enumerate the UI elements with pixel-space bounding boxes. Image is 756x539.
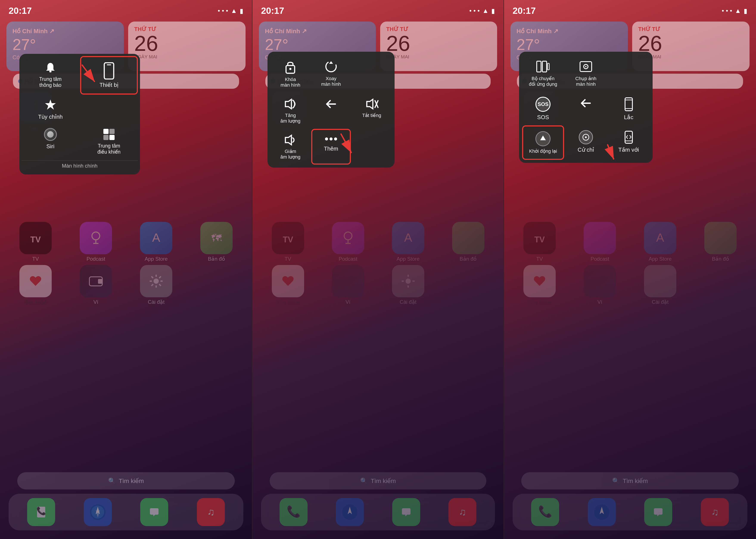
- at-item-control-1[interactable]: Trung tâmđiều khiển: [80, 124, 138, 159]
- at-item-screenshot-3[interactable]: Chụp ảnhmàn hình: [565, 55, 607, 92]
- dock-phone-2[interactable]: 📞: [279, 498, 308, 526]
- search-bar-2[interactable]: 🔍 Tìm kiếm: [270, 472, 486, 490]
- svg-marker-21: [45, 100, 56, 110]
- dock-safari-3[interactable]: [588, 498, 616, 526]
- svg-rect-18: [49, 71, 51, 72]
- svg-text:🗺: 🗺: [211, 232, 222, 244]
- weather-temp-2: 27°: [265, 37, 370, 52]
- dock-messages-3[interactable]: [644, 498, 672, 526]
- lock-icon-2: [284, 59, 297, 75]
- dock-2: 📞 ♫: [261, 494, 495, 530]
- svg-marker-47: [367, 99, 373, 109]
- screenshot-icon-3: [579, 59, 593, 74]
- svg-rect-22: [104, 129, 109, 134]
- calendar-widget-2: THỨ TƯ 26 NGÀY MAI: [380, 22, 497, 71]
- app-maps-1: 🗺 Bản đồ: [188, 222, 246, 262]
- dock-music-2[interactable]: ♫: [448, 498, 477, 526]
- at-item-back-2[interactable]: [311, 93, 351, 129]
- svg-point-70: [585, 66, 586, 67]
- status-icons-2: • • • ▲ ▮: [469, 7, 495, 15]
- at-item-notification-1[interactable]: Trung tâmthông báo: [22, 56, 79, 95]
- at-menu-1[interactable]: Trung tâmthông báo Thiết bị Tùy chỉnh Si…: [19, 54, 140, 175]
- app-label-health-1: Sức khỏe: [24, 299, 46, 305]
- app-wallet-1: Ví: [67, 265, 125, 305]
- device-icon-1: [103, 62, 115, 80]
- dock-safari-1[interactable]: [84, 498, 112, 526]
- svg-rect-24: [104, 135, 109, 140]
- dock-phone-3[interactable]: 📞: [531, 498, 559, 526]
- search-label-1: Tìm kiếm: [119, 477, 144, 485]
- svg-marker-44: [329, 61, 333, 64]
- search-bar-1[interactable]: 🔍 Tìm kiếm: [17, 472, 235, 490]
- app-health-1: Sức khỏe: [6, 265, 65, 305]
- star-icon-1: [44, 99, 57, 112]
- at-item-appswitcher-3[interactable]: Bộ chuyểnđổi ứng dụng: [522, 55, 564, 92]
- siri-icon-1: [44, 128, 57, 141]
- at-item-label-siri-1: Siri: [46, 143, 54, 150]
- app-label-appstore-1: App Store: [145, 256, 168, 262]
- mute-icon-2: [365, 98, 379, 111]
- search-icon-2: 🔍: [360, 477, 368, 485]
- at-item-vol-up-2[interactable]: Tăngâm lượng: [270, 93, 310, 129]
- dock-messages-2[interactable]: [392, 498, 420, 526]
- vol-down-icon-2: [283, 133, 297, 146]
- at-item-vol-down-2[interactable]: Giảmâm lượng: [270, 129, 310, 165]
- at-empty-r1-3: [608, 55, 649, 92]
- control-icon-1: [103, 128, 115, 141]
- dock-messages-1[interactable]: [140, 498, 168, 526]
- restart-icon-3: [535, 131, 551, 146]
- app-icon-podcast-1: [80, 222, 112, 254]
- wifi-icon-3: ▲: [735, 7, 741, 14]
- at-item-mute-2[interactable]: Tắt tiếng: [352, 93, 392, 129]
- at-item-label-shake-3: Lắc: [624, 114, 633, 120]
- app-row2-2: TVTV Podcast AApp Store Bản đồ: [259, 222, 497, 262]
- at-item-rotate-2[interactable]: Xoaymàn hình: [311, 55, 351, 93]
- search-bar-3[interactable]: 🔍 Tìm kiếm: [521, 472, 739, 490]
- svg-text:A: A: [656, 231, 664, 244]
- rotate-icon-2: [324, 59, 338, 74]
- dock-music-1[interactable]: ♫: [197, 498, 225, 526]
- at-menu-2[interactable]: Khóamàn hình Xoaymàn hình Tăngâm lượng: [267, 52, 395, 168]
- svg-point-9: [154, 278, 159, 284]
- at-menu-row3-2: Giảmâm lượng Thêm: [270, 129, 392, 165]
- app-icon-maps-1: 🗺: [200, 222, 233, 254]
- at-item-siri-1[interactable]: Siri: [22, 124, 79, 159]
- battery-icon-3: ▮: [744, 7, 747, 15]
- at-item-back-3[interactable]: [565, 92, 607, 125]
- svg-rect-8: [98, 279, 102, 284]
- svg-rect-25: [110, 135, 114, 140]
- phone-panel-1: 20:17 • • • ▲ ▮ Hồ Chí Minh ↗ 27° Có mây…: [0, 0, 252, 539]
- svg-rect-23: [110, 129, 114, 134]
- dock-3: 📞 ♫: [513, 494, 747, 530]
- calendar-day-num-1: 26: [134, 33, 240, 54]
- wifi-icon-1: ▲: [231, 7, 237, 14]
- svg-point-52: [330, 137, 333, 140]
- at-item-device-1[interactable]: Thiết bị: [80, 56, 138, 95]
- dock-music-3[interactable]: ♫: [701, 498, 729, 526]
- at-item-lock-2[interactable]: Khóamàn hình: [270, 55, 310, 93]
- dots-icon-2: • • •: [469, 7, 480, 14]
- app-tv-1: TV TV: [6, 222, 65, 262]
- calendar-sub-3: NGÀY MAI: [638, 54, 743, 60]
- battery-icon-1: ▮: [240, 7, 243, 15]
- app-label-settings-1: Cài đặt: [148, 299, 165, 305]
- app-settings-1: Cài đặt: [127, 265, 185, 305]
- at-item-reach-3[interactable]: Tầm với: [608, 125, 649, 160]
- app-label-wallet-1: Ví: [94, 299, 99, 305]
- svg-text:A: A: [404, 231, 412, 244]
- at-item-customize-1[interactable]: Tùy chỉnh: [22, 95, 79, 124]
- calendar-sub-2: NGÀY MAI: [386, 54, 491, 60]
- at-item-gesture-3[interactable]: Cử chỉ: [565, 125, 607, 160]
- dock-phone-1[interactable]: 📞: [27, 498, 55, 526]
- dots-icon-1: • • •: [218, 7, 228, 14]
- at-item-sos-3[interactable]: SOS SOS: [522, 92, 564, 125]
- svg-text:♫: ♫: [459, 506, 466, 517]
- at-item-restart-3[interactable]: Khởi động lại: [522, 125, 564, 160]
- svg-point-34: [406, 278, 411, 284]
- dock-safari-2[interactable]: [336, 498, 364, 526]
- at-menu-3[interactable]: Bộ chuyểnđổi ứng dụng Chụp ảnhmàn hình S…: [519, 52, 652, 163]
- at-item-label-vol-up-2: Tăngâm lượng: [280, 113, 300, 124]
- weather-city-3: Hồ Chí Minh ↗: [516, 28, 622, 35]
- at-item-shake-3[interactable]: Lắc: [608, 92, 649, 125]
- at-item-more-2[interactable]: Thêm: [311, 129, 351, 165]
